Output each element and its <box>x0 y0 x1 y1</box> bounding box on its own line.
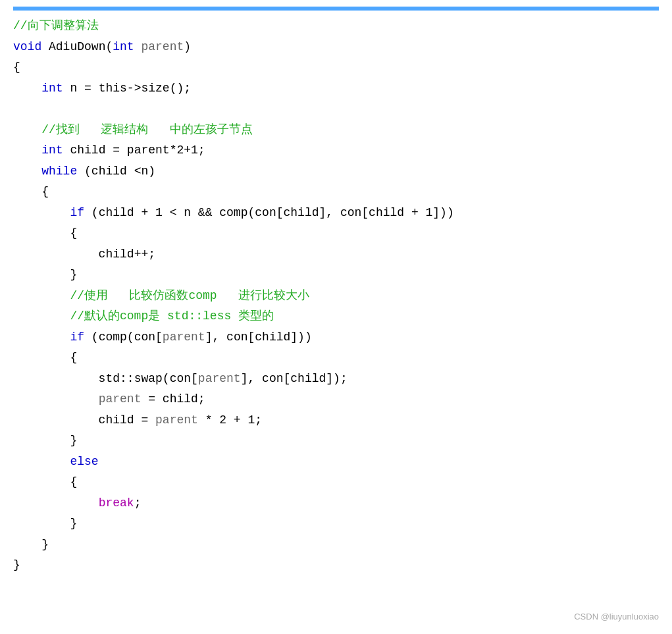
code-container: //向下调整算法 void AdiuDown(int parent) { int… <box>0 0 672 634</box>
code-text: if (child + 1 < n && comp(con[child], co… <box>13 206 454 219</box>
code-line: } <box>13 265 659 286</box>
code-text: { <box>13 351 77 364</box>
comment-text: //向下调整算法 <box>13 19 99 32</box>
watermark: CSDN @liuyunluoxiao <box>574 610 659 624</box>
code-line: child = parent * 2 + 1; <box>13 410 659 431</box>
code-line: } <box>13 555 659 576</box>
code-line: parent = child; <box>13 389 659 410</box>
code-text: } <box>13 268 77 281</box>
code-line: break; <box>13 493 659 514</box>
code-line: void AdiuDown(int parent) <box>13 37 659 58</box>
code-line: } <box>13 431 659 452</box>
code-line: while (child <n) <box>13 161 659 182</box>
code-line: { <box>13 182 659 203</box>
code-text: child++; <box>13 248 155 261</box>
code-line: child++; <box>13 244 659 265</box>
code-text: { <box>13 475 77 489</box>
code-line: int child = parent*2+1; <box>13 140 659 161</box>
code-text: { <box>13 226 77 240</box>
code-line: } <box>13 535 659 556</box>
code-text: } <box>13 558 20 571</box>
code-line: //向下调整算法 <box>13 16 659 37</box>
comment-text: //使用 比较仿函数comp 进行比较大小 <box>13 289 309 302</box>
code-text: if (comp(con[parent], con[child])) <box>13 330 312 344</box>
code-line: { <box>13 472 659 493</box>
code-line: //默认的comp是 std::less 类型的 <box>13 306 659 327</box>
code-line: int n = this->size(); <box>13 78 659 99</box>
code-text: { <box>13 61 20 74</box>
code-line: { <box>13 348 659 369</box>
code-text: int child = parent*2+1; <box>13 144 205 157</box>
code-line: if (comp(con[parent], con[child])) <box>13 327 659 348</box>
code-line: { <box>13 57 659 78</box>
code-text: else <box>13 455 99 468</box>
code-line: //使用 比较仿函数comp 进行比较大小 <box>13 286 659 307</box>
code-text: child = parent * 2 + 1; <box>13 413 262 427</box>
code-text: std::swap(con[parent], con[child]); <box>13 372 348 385</box>
code-text: } <box>13 538 49 551</box>
code-line: } <box>13 514 659 535</box>
code-text: } <box>13 517 77 530</box>
code-line: if (child + 1 < n && comp(con[child], co… <box>13 203 659 224</box>
code-line <box>13 99 659 120</box>
code-text: } <box>13 434 77 447</box>
code-text: while (child <n) <box>13 165 155 178</box>
code-text: { <box>13 185 49 198</box>
code-line: std::swap(con[parent], con[child]); <box>13 369 659 390</box>
comment-text: //默认的comp是 std::less 类型的 <box>13 309 274 323</box>
code-line: else <box>13 452 659 473</box>
code-text: int n = this->size(); <box>13 82 191 95</box>
code-line: //找到 逻辑结构 中的左孩子节点 <box>13 120 659 141</box>
top-bar <box>13 7 659 11</box>
code-line: { <box>13 223 659 244</box>
code-text: parent = child; <box>13 392 205 406</box>
comment-text: //找到 逻辑结构 中的左孩子节点 <box>13 123 253 136</box>
code-text: void AdiuDown(int parent) <box>13 40 191 53</box>
code-text: break; <box>13 496 141 510</box>
